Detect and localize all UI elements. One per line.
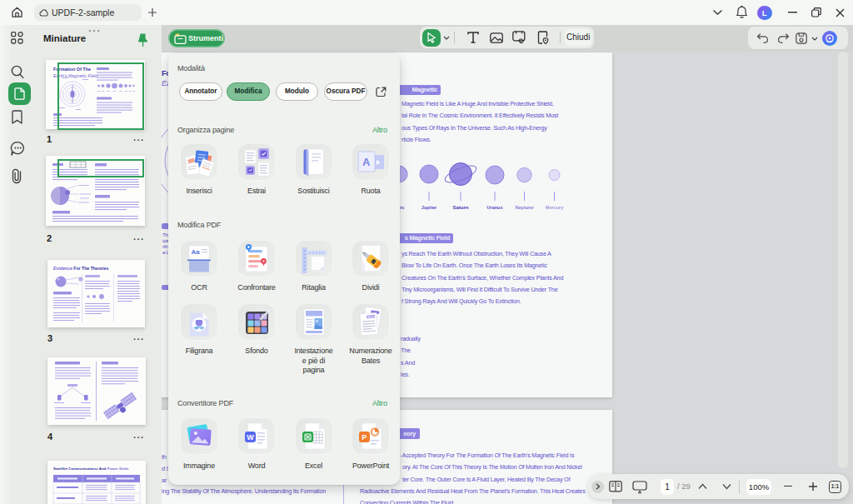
svg-text:Aa: Aa [192,248,201,256]
svg-text:Uranus: Uranus [487,205,503,210]
svg-text:Mercury: Mercury [546,205,564,210]
svg-text:A: A [362,156,371,168]
svg-text:Saturn: Saturn [452,205,468,210]
svg-text:000123: 000123 [367,315,377,319]
svg-text:P: P [362,433,367,442]
svg-text:Evidence For The Theories: Evidence For The Theories [53,266,108,271]
svg-text:W: W [247,433,254,442]
svg-text:Neptune: Neptune [516,205,534,210]
svg-text:Satellite Communications And P: Satellite Communications And Power Grids [53,467,129,471]
svg-text:Jupiter: Jupiter [422,205,437,210]
